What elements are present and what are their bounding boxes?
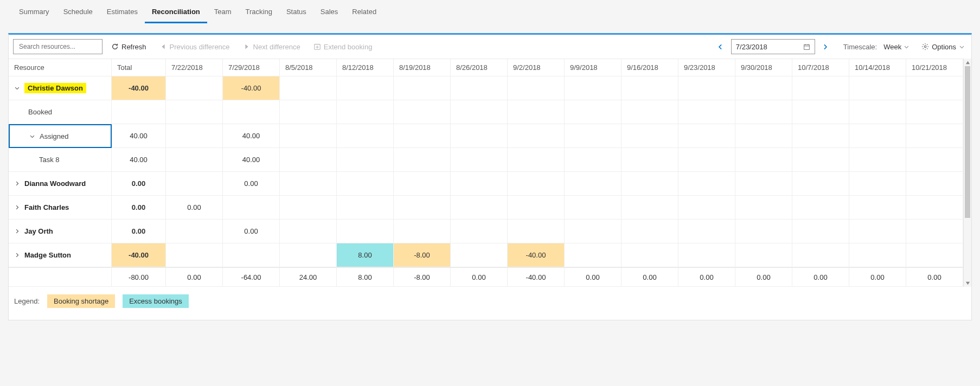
data-cell[interactable] [280,196,337,220]
total-cell[interactable]: 0.00 [112,196,166,220]
data-cell[interactable] [166,100,223,124]
data-cell[interactable] [678,243,735,267]
total-cell[interactable]: -40.00 [112,76,166,100]
resource-cell[interactable]: Dianna Woodward [9,172,112,196]
data-cell[interactable] [166,220,223,243]
data-cell[interactable] [394,196,451,220]
data-cell[interactable] [223,196,280,220]
data-cell[interactable] [508,124,565,148]
data-cell[interactable] [451,196,508,220]
data-cell[interactable] [394,76,451,100]
resource-cell[interactable]: Jay Orth [9,220,112,243]
data-cell[interactable] [394,148,451,172]
data-cell[interactable] [337,76,394,100]
tab-related[interactable]: Related [345,0,383,23]
data-cell[interactable] [792,220,849,243]
data-cell[interactable] [565,172,622,196]
data-cell[interactable] [565,148,622,172]
data-cell[interactable] [849,76,906,100]
data-cell[interactable] [451,124,508,148]
data-cell[interactable] [337,100,394,124]
data-cell[interactable] [678,220,735,243]
data-cell[interactable] [280,220,337,243]
total-cell[interactable]: 40.00 [112,124,166,148]
data-cell[interactable] [906,172,963,196]
vertical-scrollbar[interactable] [963,59,971,287]
data-cell[interactable] [622,124,678,148]
data-cell[interactable] [849,220,906,243]
prev-difference-button[interactable]: Previous difference [155,41,234,53]
tab-reconciliation[interactable]: Reconciliation [145,0,207,23]
data-cell[interactable]: 0.00 [223,172,280,196]
tab-schedule[interactable]: Schedule [56,0,100,23]
data-cell[interactable] [678,172,735,196]
data-cell[interactable]: 8.00 [337,243,394,267]
data-cell[interactable] [622,148,678,172]
search-field[interactable] [19,43,100,50]
data-cell[interactable] [508,148,565,172]
data-cell[interactable] [337,196,394,220]
data-cell[interactable] [735,148,792,172]
data-cell[interactable] [451,243,508,267]
data-cell[interactable] [280,172,337,196]
data-cell[interactable] [906,148,963,172]
data-cell[interactable] [792,196,849,220]
data-cell[interactable] [394,220,451,243]
data-cell[interactable] [451,100,508,124]
data-cell[interactable]: 0.00 [166,196,223,220]
data-cell[interactable] [735,220,792,243]
data-cell[interactable] [280,124,337,148]
data-cell[interactable] [280,243,337,267]
data-cell[interactable] [223,100,280,124]
data-cell[interactable] [451,76,508,100]
data-cell[interactable] [622,172,678,196]
data-cell[interactable]: 40.00 [223,148,280,172]
data-cell[interactable] [565,196,622,220]
data-cell[interactable] [451,220,508,243]
data-cell[interactable] [565,124,622,148]
data-cell[interactable] [337,124,394,148]
data-cell[interactable] [565,100,622,124]
data-cell[interactable] [849,243,906,267]
data-cell[interactable] [508,196,565,220]
extend-booking-button[interactable]: Extend booking [309,41,377,53]
scroll-thumb[interactable] [965,66,970,218]
data-cell[interactable]: -40.00 [223,76,280,100]
resource-cell[interactable]: Task 8 [9,148,112,172]
total-cell[interactable]: 0.00 [112,220,166,243]
tab-team[interactable]: Team [207,0,239,23]
data-cell[interactable] [166,172,223,196]
total-cell[interactable]: -40.00 [112,243,166,267]
data-cell[interactable] [678,148,735,172]
data-cell[interactable] [280,100,337,124]
data-cell[interactable] [678,100,735,124]
data-cell[interactable] [849,100,906,124]
data-cell[interactable]: 0.00 [223,220,280,243]
data-cell[interactable] [337,148,394,172]
data-cell[interactable] [735,243,792,267]
data-cell[interactable] [622,100,678,124]
data-cell[interactable]: -40.00 [508,243,565,267]
date-picker[interactable]: 7/23/2018 [731,39,815,54]
options-button[interactable]: Options [919,41,967,53]
data-cell[interactable] [792,76,849,100]
data-cell[interactable] [906,243,963,267]
data-cell[interactable] [337,172,394,196]
total-cell[interactable]: 40.00 [112,148,166,172]
data-cell[interactable] [622,196,678,220]
total-cell[interactable]: 0.00 [112,172,166,196]
total-cell[interactable] [112,100,166,124]
date-prev-button[interactable] [715,39,727,54]
data-cell[interactable] [906,76,963,100]
data-cell[interactable] [451,148,508,172]
resource-cell[interactable]: Faith Charles [9,196,112,220]
refresh-button[interactable]: Refresh [107,41,151,53]
data-cell[interactable] [849,196,906,220]
data-cell[interactable] [451,172,508,196]
data-cell[interactable] [280,76,337,100]
data-cell[interactable] [735,124,792,148]
data-cell[interactable] [508,76,565,100]
data-cell[interactable] [565,243,622,267]
data-cell[interactable] [792,172,849,196]
tab-tracking[interactable]: Tracking [239,0,279,23]
